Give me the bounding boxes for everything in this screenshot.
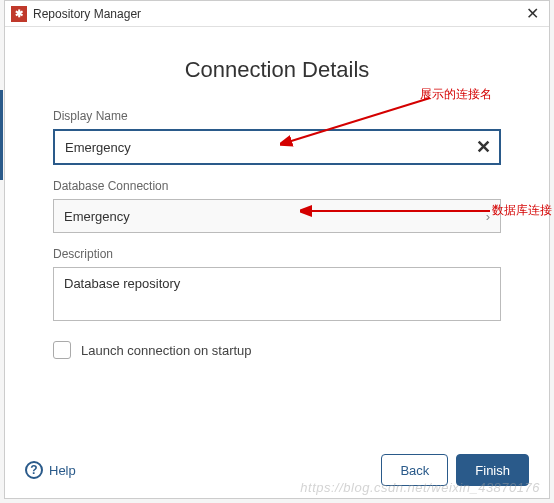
display-name-label: Display Name [53,109,501,123]
startup-checkbox-row: Launch connection on startup [53,341,501,359]
display-name-value: Emergency [65,140,489,155]
page-title: Connection Details [53,57,501,83]
clear-icon[interactable]: ✕ [476,136,491,158]
help-label: Help [49,463,76,478]
description-value: Database repository [64,276,180,291]
description-input[interactable]: Database repository [53,267,501,321]
close-icon[interactable]: ✕ [522,4,543,23]
startup-checkbox-label: Launch connection on startup [81,343,252,358]
display-name-input[interactable]: Emergency ✕ [53,129,501,165]
chevron-right-icon: › [486,209,490,224]
startup-checkbox[interactable] [53,341,71,359]
help-icon: ? [25,461,43,479]
database-connection-select[interactable]: Emergency › [53,199,501,233]
titlebar: ✱ Repository Manager ✕ [5,1,549,27]
watermark: https://blog.csdn.net/weixin_43870176 [300,480,540,495]
display-name-group: Display Name Emergency ✕ [53,109,501,165]
database-connection-group: Database Connection Emergency › [53,179,501,233]
dialog-window: ✱ Repository Manager ✕ Connection Detail… [4,0,550,499]
left-edge-accent [0,90,3,180]
description-group: Description Database repository [53,247,501,321]
help-link[interactable]: ? Help [25,461,76,479]
content-area: Connection Details Display Name Emergenc… [5,27,549,379]
database-connection-label: Database Connection [53,179,501,193]
app-icon: ✱ [11,6,27,22]
window-title: Repository Manager [33,7,522,21]
description-label: Description [53,247,501,261]
database-connection-value: Emergency [64,209,130,224]
